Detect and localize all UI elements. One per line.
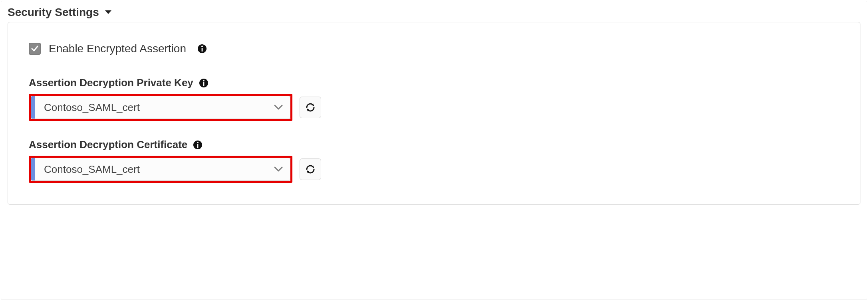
- select-accent: [31, 96, 35, 119]
- certificate-label-row: Assertion Decryption Certificate: [29, 139, 839, 151]
- info-icon[interactable]: [193, 140, 203, 150]
- section-title: Security Settings: [8, 6, 99, 19]
- svg-point-2: [201, 46, 203, 47]
- svg-point-5: [203, 80, 205, 81]
- security-settings-section: Security Settings Enable Encrypted Asser…: [1, 1, 867, 299]
- certificate-field: Assertion Decryption Certificate Contoso…: [29, 139, 839, 183]
- svg-rect-4: [203, 82, 204, 86]
- highlight-box: Contoso_SAML_cert: [29, 94, 292, 121]
- refresh-certificate-button[interactable]: [300, 158, 321, 180]
- svg-rect-1: [202, 48, 203, 51]
- enable-encrypted-assertion-checkbox[interactable]: [29, 43, 41, 55]
- private-key-field: Assertion Decryption Private Key Contoso…: [29, 77, 839, 121]
- certificate-label: Assertion Decryption Certificate: [29, 139, 187, 151]
- info-icon[interactable]: [197, 44, 207, 53]
- refresh-icon: [305, 164, 316, 175]
- private-key-label: Assertion Decryption Private Key: [29, 77, 193, 89]
- certificate-select[interactable]: Contoso_SAML_cert: [31, 158, 290, 181]
- enable-encrypted-assertion-label: Enable Encrypted Assertion: [49, 42, 186, 55]
- svg-rect-7: [197, 144, 199, 148]
- chevron-down-icon: [274, 166, 290, 172]
- chevron-down-icon: [274, 105, 290, 110]
- info-icon[interactable]: [199, 78, 209, 88]
- settings-panel: Enable Encrypted Assertion Assertion Dec…: [8, 22, 860, 205]
- private-key-select-row: Contoso_SAML_cert: [29, 94, 839, 121]
- svg-point-8: [197, 142, 199, 143]
- select-accent: [31, 158, 35, 180]
- private-key-label-row: Assertion Decryption Private Key: [29, 77, 839, 89]
- refresh-icon: [305, 102, 316, 113]
- highlight-box: Contoso_SAML_cert: [29, 156, 292, 183]
- private-key-select[interactable]: Contoso_SAML_cert: [31, 96, 290, 119]
- certificate-select-row: Contoso_SAML_cert: [29, 156, 839, 183]
- refresh-private-key-button[interactable]: [300, 97, 321, 118]
- caret-down-icon: [105, 10, 112, 15]
- private-key-value: Contoso_SAML_cert: [35, 101, 274, 114]
- enable-encrypted-assertion-row: Enable Encrypted Assertion: [29, 42, 839, 55]
- certificate-value: Contoso_SAML_cert: [35, 163, 274, 176]
- section-header[interactable]: Security Settings: [8, 4, 860, 22]
